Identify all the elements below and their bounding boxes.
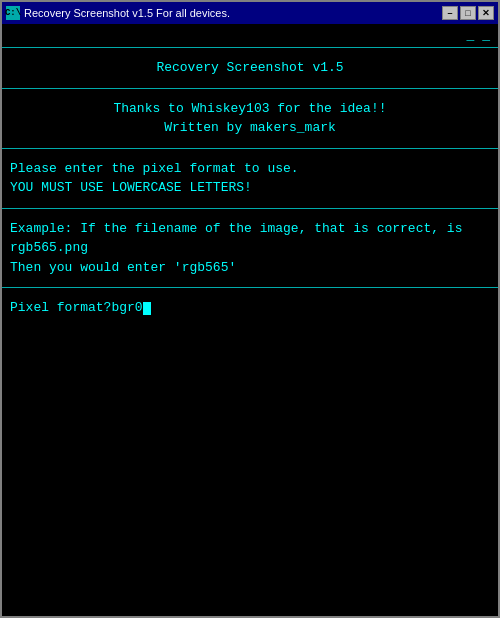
input-line[interactable]: Pixel format?bgr0 — [10, 298, 490, 318]
window-title: Recovery Screenshot v1.5 For all devices… — [24, 7, 230, 19]
instruction-line1: Please enter the pixel format to use. — [10, 159, 490, 179]
credits-line2: Written by makers_mark — [10, 118, 490, 138]
title-bar: C:\ Recovery Screenshot v1.5 For all dev… — [2, 2, 498, 24]
example-line2: rgb565.png — [10, 238, 490, 258]
input-section[interactable]: Pixel format?bgr0 — [2, 288, 498, 616]
title-bar-left: C:\ Recovery Screenshot v1.5 For all dev… — [6, 6, 230, 20]
example-line1: Example: If the filename of the image, t… — [10, 219, 490, 239]
instruction-line2: YOU MUST USE LOWERCASE LETTERS! — [10, 178, 490, 198]
instruction-section: Please enter the pixel format to use. YO… — [2, 149, 498, 209]
input-value: bgr0 — [111, 300, 142, 315]
title-section: Recovery Screenshot v1.5 — [2, 48, 498, 89]
example-line3: Then you would enter 'rgb565' — [10, 258, 490, 278]
input-prompt: Pixel format? — [10, 300, 111, 315]
credits-line1: Thanks to Whiskey103 for the idea!! — [10, 99, 490, 119]
title-line1: Recovery Screenshot v1.5 — [10, 58, 490, 78]
maximize-button[interactable]: □ — [460, 6, 476, 20]
terminal: _ _ Recovery Screenshot v1.5 Thanks to W… — [2, 24, 498, 616]
close-button[interactable]: ✕ — [478, 6, 494, 20]
app-icon: C:\ — [6, 6, 20, 20]
top-dashes: _ _ — [2, 24, 498, 48]
credits-section: Thanks to Whiskey103 for the idea!! Writ… — [2, 89, 498, 149]
minimize-button[interactable]: – — [442, 6, 458, 20]
app-window: C:\ Recovery Screenshot v1.5 For all dev… — [0, 0, 500, 618]
example-section: Example: If the filename of the image, t… — [2, 209, 498, 289]
title-bar-buttons: – □ ✕ — [442, 6, 494, 20]
cursor-icon — [143, 302, 151, 315]
